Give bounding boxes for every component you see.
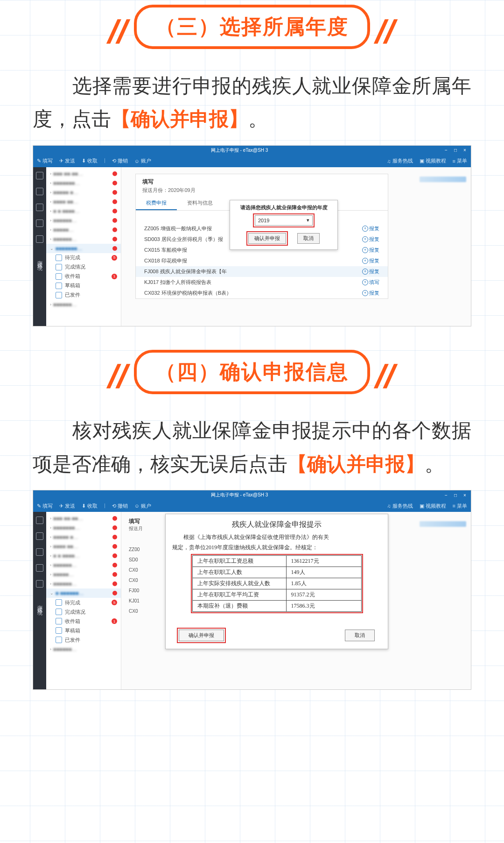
rail-icon[interactable] <box>36 564 43 572</box>
toolbar-menu[interactable]: ≡ 菜单 <box>453 503 467 510</box>
list-item[interactable]: FJ008 残疾人就业保障金申报表【年+报复 <box>136 266 388 277</box>
list-item[interactable]: ›■■■■■ ■… <box>46 532 121 542</box>
code-text: ZZ00 <box>129 545 140 555</box>
doc-icon <box>56 264 62 270</box>
list-item[interactable]: ›■■■ ■■-■■… <box>46 514 121 523</box>
confirm-and-report-button[interactable]: 确认并申报 <box>248 233 286 244</box>
rail-icon[interactable] <box>36 188 43 195</box>
sidebar-item-inbox[interactable]: 收件箱1 <box>56 616 121 626</box>
list-item[interactable]: ⌄■■■■■■■… <box>46 244 121 253</box>
action-link[interactable]: +报复 <box>362 247 379 254</box>
toolbar-menu[interactable]: ≡ 菜单 <box>453 157 467 164</box>
cancel-button[interactable]: 取消 <box>345 630 375 641</box>
maximize-icon[interactable]: □ <box>452 492 459 498</box>
list-item[interactable]: ›■■■■■■… <box>46 300 121 309</box>
sidebar-item-sent[interactable]: 已发件 <box>56 635 121 645</box>
list-item[interactable]: ›■■■■ ■■… <box>46 197 121 206</box>
window-title: 网上电子申报 - eTax@SH 3 <box>211 492 268 498</box>
list-item[interactable]: ›■■■■■■… <box>46 645 121 654</box>
year-select-modal: 请选择您残疾人就业保障金申报的年度 2019 ▾ 确认并申报 取消 <box>230 200 338 250</box>
sidebar-item-done[interactable]: 完成情况 <box>56 262 121 272</box>
toolbar-tutorial[interactable]: ▣ 视频教程 <box>420 157 446 164</box>
toolbar-account[interactable]: ☺ 账户 <box>134 503 151 510</box>
list-item[interactable]: ›■■■■■■■… <box>46 523 121 532</box>
sidebar-item-done[interactable]: 完成情况 <box>56 607 121 616</box>
rail-icon[interactable] <box>36 532 43 540</box>
list-item[interactable]: KJ017 扣缴个人所得税报告表+填写 <box>136 277 388 288</box>
action-link[interactable]: +报复 <box>362 290 379 297</box>
toolbar-help[interactable]: ♫ 服务热线 <box>387 503 413 510</box>
toolbar-help[interactable]: ♫ 服务热线 <box>387 157 413 164</box>
year-dropdown[interactable]: 2019 ▾ <box>255 215 313 226</box>
list-item[interactable]: ›■■■■■■■… <box>46 178 121 188</box>
maximize-icon[interactable]: □ <box>452 148 459 153</box>
list-item[interactable]: ›■■■■■■… <box>46 579 121 588</box>
toolbar-send[interactable]: ✈ 发送 <box>59 503 75 510</box>
app-window-1: 网上电子申报 - eTax@SH 3 − □ × ✎ 填写 ✈ 发送 ⬇ 收取 … <box>33 145 471 326</box>
rail-icon[interactable] <box>36 548 43 556</box>
badge: 1 <box>112 618 117 624</box>
minimize-icon[interactable]: − <box>443 492 449 498</box>
panel-subtitle: 报送月份：2020年09月 <box>136 187 388 197</box>
reddot-icon <box>112 544 117 549</box>
rail-icon[interactable] <box>36 517 43 524</box>
panel-title: 填写 <box>129 517 163 525</box>
toolbar-withdraw[interactable]: ⟲ 撤销 <box>112 157 128 164</box>
list-item[interactable]: ›■■■■■… <box>46 225 121 234</box>
window-title: 网上电子申报 - eTax@SH 3 <box>211 147 268 154</box>
cancel-button[interactable]: 取消 <box>297 233 320 244</box>
toolbar-tutorial[interactable]: ▣ 视频教程 <box>420 503 446 510</box>
action-link[interactable]: +报复 <box>362 268 379 275</box>
list-item[interactable]: ›■■■■■■… <box>46 234 121 244</box>
rail-icon[interactable] <box>36 220 43 227</box>
toolbar-write[interactable]: ✎ 填写 <box>37 157 53 164</box>
list-item[interactable]: ⌄■ ■■■■■■… <box>46 588 121 598</box>
sidebar-item-pending[interactable]: 待完成5 <box>56 598 121 607</box>
row-val: 91357.2元 <box>286 589 361 601</box>
list-item[interactable]: ›■ ■ ■■■■… <box>46 551 121 560</box>
toolbar-receive[interactable]: ⬇ 收取 <box>82 157 98 164</box>
sidebar: ›■■■ ■■-■■… ›■■■■■■■… ›■■■■■ ■… ›■■■■ ■■… <box>46 167 121 326</box>
list-item[interactable]: ›■■■■■■… <box>46 560 121 570</box>
rail-icon[interactable] <box>36 172 43 179</box>
rail-icon[interactable] <box>36 235 43 243</box>
sidebar-item-inbox[interactable]: 收件箱1 <box>56 272 121 281</box>
sidebar-item-pending[interactable]: 待完成5 <box>56 253 121 262</box>
toolbar-account[interactable]: ☺ 账户 <box>134 157 151 164</box>
list-item[interactable]: ›■■■■ ■■… <box>46 542 121 551</box>
list-item[interactable]: ›■■■■■… <box>46 570 121 579</box>
sidebar-item-draft[interactable]: 草稿箱 <box>56 626 121 635</box>
rail-icon[interactable] <box>36 204 43 211</box>
toolbar-write[interactable]: ✎ 填写 <box>37 503 53 510</box>
toolbar-receive[interactable]: ⬇ 收取 <box>82 503 98 510</box>
tab-data-info[interactable]: 资料与信息 <box>177 197 223 210</box>
list-item[interactable]: ›■ ■ ■■■■… <box>46 206 121 216</box>
sidebar-item-sent[interactable]: 已发件 <box>56 290 121 300</box>
rail-icon[interactable] <box>36 580 43 588</box>
reddot-icon <box>112 553 117 558</box>
toolbar-withdraw[interactable]: ⟲ 撤销 <box>112 503 128 510</box>
code-text: CX0 <box>129 575 140 586</box>
action-link[interactable]: +报复 <box>362 236 379 243</box>
list-item[interactable]: ›■■■■■ ■… <box>46 188 121 197</box>
reddot-icon <box>112 525 117 530</box>
close-icon[interactable]: × <box>462 148 468 153</box>
tab-tax-report[interactable]: 税费申报 <box>136 197 177 210</box>
confirm-and-report-button[interactable]: 确认并申报 <box>179 630 224 641</box>
toolbar-send[interactable]: ✈ 发送 <box>59 157 75 164</box>
list-item[interactable]: CX032 环境保护税纳税申报表（B表）+报复 <box>136 288 388 298</box>
chevron-down-icon: ▾ <box>307 217 309 223</box>
sidebar-item-draft[interactable]: 草稿箱 <box>56 281 121 290</box>
close-icon[interactable]: × <box>462 492 468 498</box>
modal-body-line1: 根据《上海市残疾人就业保障金征收使用管理办法》的有关 <box>172 532 381 543</box>
section-3-text-post: 。 <box>248 108 268 130</box>
action-link[interactable]: +填写 <box>362 279 379 286</box>
doc-icon <box>56 609 62 615</box>
list-item[interactable]: ›■■■ ■■-■■… <box>46 169 121 178</box>
list-item[interactable]: ›■■■■■■… <box>46 216 121 225</box>
minimize-icon[interactable]: − <box>443 148 449 153</box>
action-link[interactable]: +报复 <box>362 257 379 264</box>
reddot-icon <box>112 181 117 185</box>
action-link[interactable]: +报复 <box>362 225 379 232</box>
list-item[interactable]: CX018 印花税申报+报复 <box>136 255 388 266</box>
